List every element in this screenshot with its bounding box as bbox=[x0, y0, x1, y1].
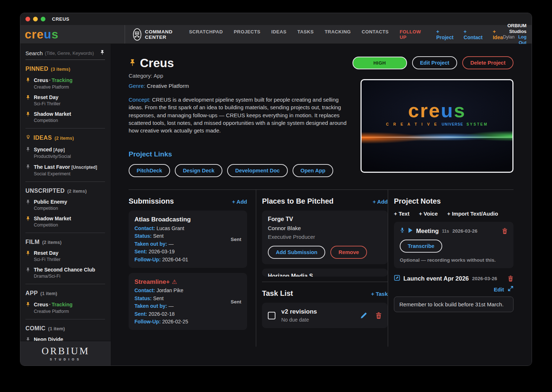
taken-label: Taken out by: bbox=[134, 303, 167, 309]
delete-voice-note-trash-icon[interactable] bbox=[502, 228, 508, 234]
add-task-link[interactable]: + Task bbox=[371, 291, 388, 297]
text-note-card: Launch event Apr 2026 2026-03-26 Edit bbox=[394, 275, 513, 312]
priority-badge[interactable]: HIGH bbox=[352, 57, 407, 69]
add-voice-note-button[interactable]: + Voice bbox=[419, 211, 438, 217]
tab-command-center[interactable]: COMMAND CENTER bbox=[133, 28, 177, 41]
section-heading: UNSCRIPTED bbox=[25, 188, 65, 194]
add-contact-button[interactable]: + Contact bbox=[464, 29, 483, 40]
window-title: CREUS bbox=[52, 16, 69, 22]
logo-part-cre: cre bbox=[25, 28, 44, 41]
pitch-card-clipped: Horizon Media S bbox=[262, 269, 388, 277]
add-project-button[interactable]: + Project bbox=[436, 29, 453, 40]
taken-value: — bbox=[169, 303, 174, 309]
sidebar-item-reset-day-2[interactable]: Reset Day Sci-Fi Thriller bbox=[25, 250, 105, 262]
pin-icon bbox=[25, 164, 31, 176]
add-pitch-link[interactable]: + Add bbox=[372, 199, 388, 205]
category-value: App bbox=[153, 73, 163, 79]
play-icon[interactable] bbox=[408, 228, 413, 234]
artwork-tagline-universe: UNIVERSE bbox=[442, 122, 463, 126]
zoom-window-button[interactable] bbox=[41, 17, 45, 21]
task-due-date: No due date bbox=[281, 317, 317, 323]
add-idea-button[interactable]: + Idea bbox=[493, 29, 503, 40]
pin-filter-icon[interactable] bbox=[100, 50, 105, 57]
open-app-link-button[interactable]: Open App bbox=[293, 164, 334, 177]
pitchdeck-link-button[interactable]: PitchDeck bbox=[129, 164, 170, 177]
sidebar-item-public-enemy[interactable]: Public Enemy Competition bbox=[25, 199, 105, 211]
tab-contacts[interactable]: CONTACTS bbox=[362, 29, 388, 40]
sidebar-item-shadow-market-2[interactable]: Shadow Market Competition bbox=[25, 216, 105, 228]
sidebar-item-creus-app[interactable]: Creus·Tracking Creative Platform bbox=[25, 301, 105, 314]
tab-scratchpad[interactable]: SCRATCHPAD bbox=[189, 29, 223, 40]
section-unscripted: UNSCRIPTED (2 items) bbox=[25, 188, 105, 194]
item-title: Creus bbox=[34, 77, 48, 83]
light-streak-line bbox=[362, 137, 512, 138]
delete-task-trash-icon[interactable] bbox=[375, 312, 382, 319]
section-ideas: IDEAS (2 items) bbox=[25, 134, 105, 142]
item-subtitle: Creative Platform bbox=[34, 85, 73, 90]
tab-ideas[interactable]: IDEAS bbox=[271, 29, 287, 40]
tab-follow-up[interactable]: FOLLOW UP bbox=[400, 29, 421, 40]
task-name: v2 revisions bbox=[281, 308, 317, 315]
artwork-tagline-system: SYSTEM bbox=[467, 122, 488, 126]
artwork-word-cre: cre bbox=[408, 99, 441, 121]
category-label: Category: bbox=[129, 73, 152, 79]
tab-tracking[interactable]: TRACKING bbox=[325, 29, 351, 40]
tab-tasks[interactable]: TASKS bbox=[297, 29, 314, 40]
delete-project-button[interactable]: Delete Project bbox=[462, 56, 513, 69]
item-title: Reset Day bbox=[34, 250, 60, 256]
logo-part-s: s bbox=[52, 28, 59, 41]
edit-project-button[interactable]: Edit Project bbox=[412, 56, 458, 69]
item-subtitle: Creative Platform bbox=[34, 309, 73, 314]
item-subtitle: Sci-Fi Thriller bbox=[34, 101, 60, 106]
add-submission-button[interactable]: Add Submission bbox=[268, 246, 325, 259]
tab-projects[interactable]: PROJECTS bbox=[234, 29, 260, 40]
remove-pitch-button[interactable]: Remove bbox=[330, 246, 367, 259]
delete-text-note-trash-icon[interactable] bbox=[508, 275, 513, 282]
sidebar: Search (Title, Genre, Keywords) PINNED (… bbox=[20, 44, 111, 366]
sidebar-item-shadow-market[interactable]: Shadow Market Competition bbox=[25, 111, 105, 123]
submission-name: Atlas Broadcasting bbox=[134, 216, 241, 223]
sidebar-item-last-favor[interactable]: The Last Favor[Unscripted] Social Experi… bbox=[25, 164, 105, 176]
taken-value: — bbox=[169, 241, 174, 247]
close-window-button[interactable] bbox=[25, 17, 30, 21]
sidebar-item-reset-day[interactable]: Reset Day Sci-Fi Thriller bbox=[25, 94, 105, 106]
add-text-note-button[interactable]: + Text bbox=[394, 211, 410, 217]
pin-icon bbox=[25, 199, 31, 211]
expand-icon[interactable] bbox=[508, 286, 513, 293]
import-text-audio-button[interactable]: + Import Text/Audio bbox=[447, 211, 498, 217]
status-badge: Sent bbox=[231, 237, 241, 242]
design-deck-link-button[interactable]: Design Deck bbox=[175, 164, 222, 177]
search-input[interactable]: Search (Title, Genre, Keywords) bbox=[25, 50, 105, 60]
status-value: Sent bbox=[153, 233, 164, 239]
logo-part-u: u bbox=[44, 28, 52, 41]
item-tag: [Unscripted] bbox=[72, 165, 97, 170]
followup-value: 2026-02-25 bbox=[162, 319, 188, 324]
status-label: Status: bbox=[134, 233, 152, 239]
voice-note-card: Meeting 11s 2026-03-26 Transcribe Option… bbox=[394, 222, 513, 268]
sidebar-item-second-chance-club[interactable]: The Second Chance Club Drama/Sci-Fi bbox=[25, 267, 105, 279]
minimize-window-button[interactable] bbox=[33, 17, 38, 21]
artwork-tagline-creative: C R E A T I V E bbox=[386, 122, 438, 126]
text-note-date: 2026-03-26 bbox=[472, 276, 497, 281]
submission-name: Streamline+ bbox=[134, 278, 170, 285]
sidebar-item-synced[interactable]: Synced[App] Productivity/Social bbox=[25, 146, 105, 159]
task-checkbox[interactable] bbox=[268, 312, 275, 319]
edit-note-button[interactable]: Edit bbox=[494, 286, 504, 293]
item-title: Reset Day bbox=[34, 94, 60, 100]
sidebar-item-creus[interactable]: Creus·Tracking Creative Platform bbox=[25, 77, 105, 90]
pitch-contact: Connor Blake bbox=[268, 225, 382, 231]
section-count: (1 item) bbox=[48, 326, 65, 331]
development-doc-link-button[interactable]: Development Doc bbox=[227, 164, 287, 177]
orbium-studios-logo: ORBIUM STUDIOS bbox=[20, 341, 111, 366]
transcribe-button[interactable]: Transcribe bbox=[400, 240, 442, 253]
artwork-word-u: u bbox=[441, 99, 454, 121]
add-submission-link[interactable]: + Add bbox=[232, 199, 247, 205]
item-subtitle: Competition bbox=[34, 206, 67, 211]
item-subtitle: Sci-Fi Thriller bbox=[34, 257, 60, 262]
sent-value: 2026-02-18 bbox=[149, 311, 175, 317]
edit-task-pencil-icon[interactable] bbox=[360, 312, 367, 319]
item-title: Shadow Market bbox=[34, 216, 71, 221]
page-title: Creus bbox=[140, 56, 174, 70]
section-film: FILM (2 items) bbox=[25, 239, 105, 245]
sent-label: Sent: bbox=[134, 249, 147, 254]
